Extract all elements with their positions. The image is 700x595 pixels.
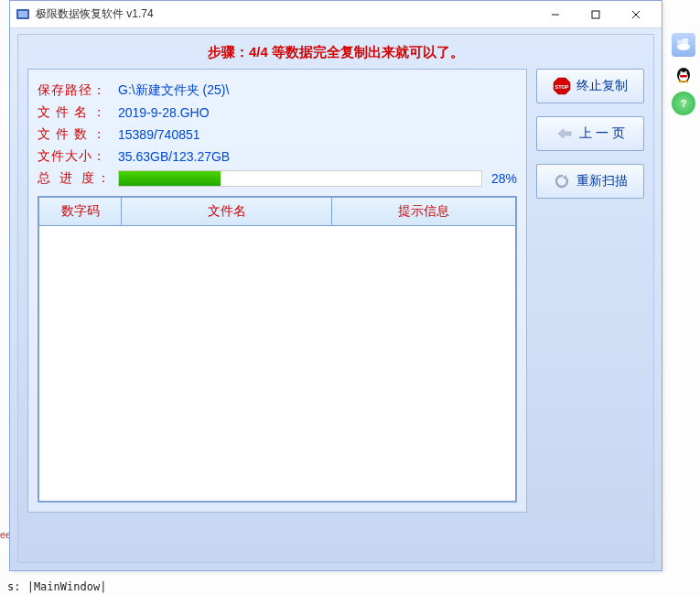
info-panel: 保存路径： G:\新建文件夹 (25)\ 文 件 名 ： 2019-9-28.G… (27, 69, 527, 513)
stop-icon: STOP (553, 77, 571, 95)
svg-point-1 (677, 39, 683, 45)
file-name-label: 文 件 名 ： (38, 104, 118, 121)
tray-icon-1[interactable] (672, 33, 695, 57)
table-header-code[interactable]: 数字码 (39, 198, 122, 225)
svg-text:STOP: STOP (555, 84, 569, 90)
step-text: 步骤：4/4 等数据完全复制出来就可以了。 (18, 44, 653, 61)
stop-copy-button[interactable]: STOP 终止复制 (536, 69, 644, 103)
svg-rect-12 (18, 11, 27, 17)
progress-label: 总 进 度： (38, 170, 118, 187)
app-window: 极限数据恢复软件 v1.74 步骤：4/4 等数据完全复制出来就可以了。 保存路… (9, 0, 662, 571)
progress-bar (118, 170, 482, 187)
stop-copy-label: 终止复制 (576, 78, 628, 94)
file-name-value: 2019-9-28.GHO (118, 105, 210, 120)
app-icon (16, 7, 30, 22)
bg-text: s: |MainWindow| (7, 580, 106, 593)
titlebar[interactable]: 极限数据恢复软件 v1.74 (10, 1, 662, 28)
qq-icon[interactable] (672, 62, 695, 86)
rescan-button[interactable]: 重新扫描 (536, 164, 644, 199)
maximize-button[interactable] (576, 2, 616, 27)
svg-point-7 (679, 81, 684, 82)
result-table: 数字码 文件名 提示信息 (38, 196, 517, 503)
arrow-left-icon (555, 124, 574, 143)
svg-rect-9 (680, 75, 687, 78)
minimize-button[interactable] (535, 2, 576, 27)
progress-percent: 28% (491, 171, 517, 186)
window-title: 极限数据恢复软件 v1.74 (36, 6, 154, 22)
save-path-value: G:\新建文件夹 (25)\ (118, 82, 229, 99)
rescan-label: 重新扫描 (576, 173, 628, 189)
prev-page-button[interactable]: 上 一 页 (536, 116, 644, 151)
table-body (39, 226, 515, 501)
help-icon[interactable]: ? (672, 92, 695, 115)
svg-point-5 (680, 71, 682, 73)
file-size-value: 35.63GB/123.27GB (118, 149, 230, 164)
close-button[interactable] (616, 2, 656, 27)
file-count-label: 文 件 数 ： (38, 126, 118, 143)
svg-rect-14 (592, 11, 599, 18)
svg-text:?: ? (681, 98, 687, 109)
svg-marker-19 (563, 175, 567, 179)
svg-point-8 (684, 81, 689, 82)
refresh-icon (553, 172, 571, 190)
progress-fill (119, 171, 221, 186)
svg-point-6 (684, 71, 686, 73)
table-header-filename[interactable]: 文件名 (122, 198, 332, 225)
save-path-label: 保存路径： (38, 82, 118, 99)
file-size-label: 文件大小： (38, 148, 118, 165)
prev-page-label: 上 一 页 (579, 125, 625, 142)
file-count-value: 15389/740851 (118, 127, 200, 142)
table-header-info[interactable]: 提示信息 (332, 198, 515, 225)
